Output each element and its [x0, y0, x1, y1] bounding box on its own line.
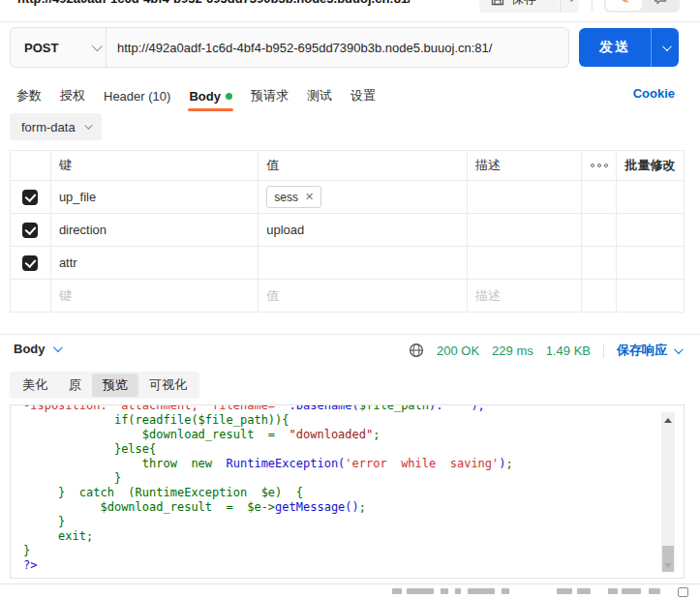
row-spacer-cell	[582, 181, 617, 213]
code-line: ?>	[23, 558, 684, 573]
param-value-input[interactable]: sess✕	[259, 181, 467, 213]
response-body-label: Body	[14, 342, 46, 356]
method-selector[interactable]: POST	[11, 41, 106, 55]
param-desc-input[interactable]: 描述	[468, 280, 583, 312]
row-spacer-cell	[582, 247, 617, 279]
param-desc-input[interactable]	[468, 214, 583, 246]
response-separator	[0, 334, 700, 335]
response-body-selector[interactable]: Body	[14, 342, 60, 356]
row-spacer-cell	[582, 214, 617, 246]
scroll-up-icon[interactable]	[664, 418, 672, 423]
table-header-row: 键 值 描述 批量修改	[11, 151, 684, 180]
request-tabs: 参数 授权 Header (10) Body 预请求 测试 设置	[16, 85, 376, 106]
floppy-icon	[491, 0, 504, 6]
chevron-down-icon	[92, 41, 103, 51]
save-response-button[interactable]: 保存响应	[617, 342, 681, 359]
param-value-input[interactable]: 值	[259, 280, 467, 312]
row-spacer-cell	[582, 280, 617, 312]
chevron-down-icon	[52, 343, 62, 352]
body-filled-dot	[226, 93, 232, 100]
batch-edit-button[interactable]: 批量修改	[617, 151, 684, 180]
save-button[interactable]: 保存	[479, 0, 559, 13]
url-input[interactable]: http://492a0adf-1c6d-4bf4-b952-695dd7390…	[107, 41, 492, 55]
cookie-link[interactable]: Cookie	[633, 86, 675, 101]
checkbox-cell	[11, 214, 51, 246]
row-checkbox[interactable]	[22, 255, 38, 271]
param-value-input[interactable]: upload	[259, 214, 467, 246]
footer-clipped-text	[557, 588, 572, 594]
form-data-table: 键 值 描述 批量修改 up_filesess✕directionuploada…	[10, 150, 685, 313]
param-key-input[interactable]: attr	[51, 247, 259, 279]
param-value-input[interactable]	[259, 247, 467, 279]
checkbox-cell	[11, 247, 51, 279]
request-url-bar: POST http://492a0adf-1c6d-4bf4-b952-695d…	[10, 27, 569, 68]
save-options-caret[interactable]	[560, 0, 579, 13]
header-key: 键	[51, 151, 259, 180]
comment-mode-button[interactable]	[642, 0, 678, 11]
code-line: } catch (RuntimeException $e) {	[23, 486, 684, 500]
code-line: exit;	[23, 529, 684, 544]
chevron-down-icon	[661, 42, 671, 51]
row-spacer-cell	[617, 280, 684, 312]
tab-params[interactable]: 参数	[16, 87, 42, 105]
code-line: }	[23, 515, 684, 529]
code-line: if(readfile($file_path)){	[23, 413, 684, 428]
tab-tests[interactable]: 测试	[307, 87, 332, 105]
view-tab-visualize[interactable]: 可视化	[138, 374, 198, 397]
code-scrollbar[interactable]	[661, 412, 675, 571]
scroll-down-icon[interactable]	[664, 563, 672, 568]
comment-bubble-icon	[654, 0, 667, 5]
tab-pre-request[interactable]: 预请求	[251, 87, 289, 105]
body-type-selector[interactable]: form-data	[10, 113, 102, 140]
tab-headers[interactable]: Header (10)	[104, 89, 170, 104]
footer-clipped-text	[455, 588, 461, 594]
checkbox-cell	[11, 181, 51, 213]
footer-clipped-text	[441, 588, 448, 594]
response-view-tabs: 美化 原 预览 可视化	[10, 372, 199, 399]
method-label: POST	[24, 41, 58, 55]
code-line: throw new RuntimeException('error while …	[23, 457, 684, 471]
row-checkbox[interactable]	[22, 190, 38, 205]
param-row-placeholder: 键值描述	[11, 279, 684, 312]
status-code: 200 OK	[437, 344, 479, 358]
send-split-button: 发送	[579, 28, 679, 67]
param-key-input[interactable]: 键	[51, 280, 259, 312]
code-line: -isposition: attachment; filename="".bas…	[23, 404, 684, 413]
response-time: 229 ms	[492, 344, 533, 358]
tab-auth[interactable]: 授权	[60, 87, 85, 105]
footer-clipped-text	[392, 588, 402, 594]
chevron-down-icon	[84, 121, 92, 129]
remove-file-icon[interactable]: ✕	[305, 192, 314, 202]
row-spacer-cell	[617, 247, 684, 279]
toolbar-separator	[0, 21, 700, 22]
file-chip[interactable]: sess✕	[266, 186, 321, 208]
request-tab-title: http://492a0adf-1c6d-4bf4-b952-695dd7390…	[17, 0, 411, 6]
tab-settings[interactable]: 设置	[350, 87, 376, 105]
row-checkbox[interactable]	[22, 223, 38, 238]
header-checkbox-cell	[11, 151, 51, 180]
view-tab-preview[interactable]: 预览	[92, 374, 138, 397]
edit-mode-button[interactable]: ✎	[606, 0, 642, 11]
tab-body[interactable]: Body	[189, 89, 232, 104]
param-desc-input[interactable]	[468, 181, 583, 213]
view-tab-raw[interactable]: 原	[58, 374, 92, 397]
row-spacer-cell	[617, 214, 684, 246]
send-button[interactable]: 发送	[579, 28, 651, 67]
code-line: $download_result = $e->getMessage();	[23, 500, 684, 515]
footer-clipped-text	[407, 588, 434, 594]
footer-clipped-text	[622, 588, 641, 594]
footer-panel-icon[interactable]	[678, 587, 688, 597]
param-key-input[interactable]: up_file	[51, 181, 259, 213]
param-key-input[interactable]: direction	[51, 214, 259, 246]
param-row: attr	[11, 246, 684, 279]
footer-clipped-text	[649, 588, 660, 594]
save-response-label: 保存响应	[617, 342, 667, 359]
more-options-icon[interactable]	[582, 151, 617, 180]
footer-separator	[0, 583, 700, 584]
response-preview-panel: -isposition: attachment; filename="".bas…	[10, 404, 685, 579]
view-tab-pretty[interactable]: 美化	[12, 374, 58, 397]
param-desc-input[interactable]	[468, 247, 583, 279]
pencil-icon: ✎	[619, 0, 630, 6]
response-code: -isposition: attachment; filename="".bas…	[11, 404, 684, 573]
send-options-caret[interactable]	[651, 28, 679, 67]
